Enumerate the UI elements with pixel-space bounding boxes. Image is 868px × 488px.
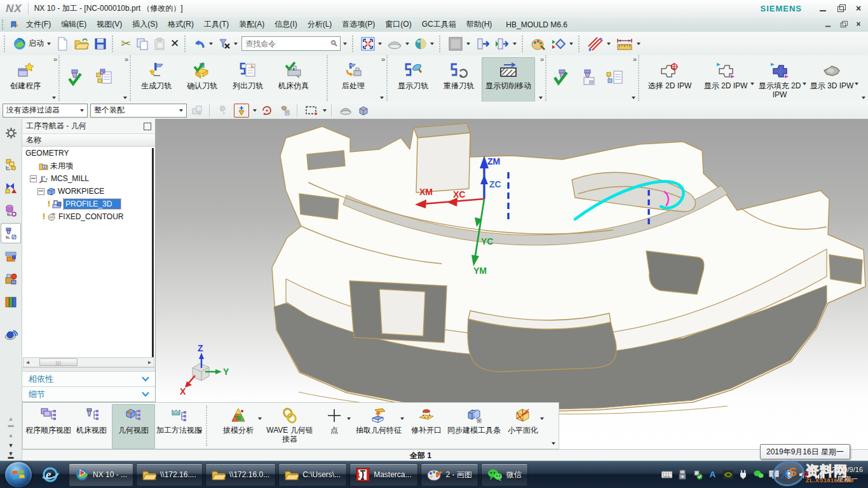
list-toolpath-button[interactable]: 列出刀轨 — [225, 57, 271, 91]
collapse-icon[interactable] — [30, 175, 37, 182]
chevron-down-icon[interactable] — [323, 109, 327, 112]
point-button[interactable]: 点 — [316, 404, 352, 435]
hand-tool-icon[interactable] — [277, 104, 292, 118]
machine-simulation-button[interactable]: 机床仿真 — [271, 57, 316, 91]
toolbar-grip[interactable] — [4, 36, 8, 52]
process-studio-icon[interactable] — [1, 269, 20, 288]
machine-tool-navigator-icon[interactable] — [1, 247, 20, 266]
menu-assemblies[interactable]: 装配(A) — [234, 17, 269, 32]
menu-edit[interactable]: 编辑(E) — [56, 17, 92, 32]
group-dropdown-caret[interactable] — [862, 97, 865, 99]
collapse-icon[interactable] — [37, 188, 44, 195]
part-navigator-icon[interactable] — [1, 201, 20, 220]
split-window-button[interactable] — [492, 36, 519, 52]
create-program-button[interactable]: 创建程序 — [3, 57, 48, 91]
search-icon[interactable]: 🔍︎ — [330, 39, 338, 48]
tool-document-button[interactable] — [575, 57, 601, 88]
open-file-button[interactable] — [71, 36, 92, 51]
paste-button[interactable] — [151, 36, 168, 51]
tray-action-center-icon[interactable] — [783, 469, 794, 480]
taskbar-app-share1[interactable]: \\172.16.... — [136, 463, 203, 486]
create-tool-button[interactable] — [62, 57, 90, 88]
tray-plug-icon[interactable] — [738, 469, 749, 480]
scroll-down-icon[interactable]: ▼ — [8, 442, 14, 449]
navigator-title-bar[interactable]: 工序导航器 - 几何 — [22, 119, 155, 134]
internet-help-icon[interactable] — [1, 325, 20, 344]
group-overflow-chevron[interactable]: » — [381, 55, 384, 63]
group-dropdown-caret[interactable] — [123, 97, 127, 99]
start-menu-button[interactable]: 启动 — [10, 36, 53, 52]
show-hide-button[interactable] — [384, 37, 412, 51]
show-and-hide-button[interactable] — [548, 36, 576, 52]
button-dropdown-caret[interactable] — [198, 430, 202, 433]
menu-gc-toolbox[interactable]: GC工具箱 — [417, 17, 461, 32]
replay-toolpath-button[interactable]: 重播刀轨 — [436, 57, 482, 91]
tray-volume-muted-icon[interactable] — [799, 469, 810, 480]
extract-geometry-button[interactable]: 抽取几何特征 — [352, 404, 405, 435]
generate-toolpath-button[interactable]: 生成刀轨 — [133, 57, 179, 91]
undo-button[interactable] — [191, 37, 215, 51]
assembly-navigator-icon[interactable] — [1, 155, 20, 174]
menu-tools[interactable]: 工具(T) — [199, 17, 234, 32]
doc-minimize-button[interactable] — [824, 21, 832, 28]
menu-information[interactable]: 信息(I) — [269, 17, 302, 32]
taskbar-clock[interactable]: 2019/9/16 星期一 — [832, 465, 863, 484]
button-dropdown-caret[interactable] — [347, 417, 351, 420]
save-button[interactable] — [92, 36, 109, 51]
machine-tool-view-button[interactable]: 机床视图 — [71, 404, 112, 435]
view-cube-icon[interactable] — [356, 104, 371, 118]
menu-file[interactable]: 文件(F) — [21, 17, 56, 32]
close-button[interactable]: × — [854, 4, 863, 13]
group-dropdown-caret[interactable] — [539, 97, 543, 99]
taskbar-app-users-folder[interactable]: C:\Users\... — [278, 463, 347, 486]
show-filled-2d-ipw-button[interactable]: 显示填充 2D IPW — [754, 57, 806, 100]
group-dropdown-caret[interactable] — [632, 97, 635, 99]
tree-item-mcs-mill[interactable]: zy MCS_MILL — [22, 172, 155, 185]
menu-insert[interactable]: 插入(S) — [127, 17, 163, 32]
facet-body-button[interactable]: 小平面化 — [501, 404, 545, 435]
wave-geometry-linker-button[interactable]: WAVE 几何链接器 — [263, 404, 316, 444]
verify-toolpath-button[interactable]: 确认刀轨 — [179, 57, 225, 91]
show-cut-moves-button[interactable]: 显示切削移动 — [482, 57, 535, 102]
scroll-up-icon[interactable]: ▲ — [8, 432, 14, 438]
assembly-select-icon[interactable] — [189, 104, 205, 118]
render-style-button[interactable] — [412, 36, 437, 51]
taskbar-app-wechat[interactable]: 微信 — [481, 463, 528, 486]
tree-item-unused[interactable]: 未用项 — [22, 159, 155, 172]
show-3d-ipw-button[interactable]: 显示 3D IPW — [806, 57, 858, 91]
machining-method-view-button[interactable]: 加工方法视图 — [155, 404, 203, 435]
select-2d-ipw-button[interactable]: 选择 2D IPW — [642, 57, 698, 91]
chevron-down-icon[interactable] — [253, 109, 257, 112]
mill-tool-check-button[interactable] — [549, 57, 575, 88]
menu-window[interactable]: 窗口(O) — [380, 17, 416, 32]
button-dropdown-caret[interactable] — [855, 83, 858, 85]
group-overflow-chevron[interactable]: » — [633, 55, 636, 63]
constraint-navigator-icon[interactable] — [1, 178, 20, 197]
tray-keyboard-icon[interactable] — [661, 469, 672, 480]
menu-hb-mould[interactable]: HB_MOULD M6.6 — [506, 20, 567, 29]
shaded-view-icon[interactable] — [338, 104, 353, 118]
rectangle-select-icon[interactable] — [304, 104, 319, 118]
synchronous-modeling-button[interactable]: 同步建模工具条 — [447, 404, 501, 435]
tray-usb-eject-icon[interactable] — [692, 469, 703, 480]
tray-input-method-icon[interactable]: A — [707, 469, 718, 480]
dependencies-section-header[interactable]: 相依性 — [22, 371, 155, 386]
restore-button[interactable] — [836, 4, 845, 13]
navigator-list-button[interactable] — [602, 57, 628, 88]
scroll-right-icon[interactable]: ► — [146, 358, 154, 366]
library-icon[interactable] — [1, 292, 20, 311]
create-geometry-button[interactable] — [90, 57, 118, 88]
menu-help[interactable]: 帮助(H) — [461, 17, 498, 32]
doc-close-button[interactable]: × — [855, 21, 862, 28]
background-color-button[interactable] — [445, 35, 473, 53]
copy-button[interactable] — [133, 36, 151, 51]
show-2d-ipw-button[interactable]: 显示 2D IPW — [698, 57, 754, 91]
button-dropdown-caret[interactable] — [540, 417, 544, 420]
tray-usb-icon[interactable] — [677, 469, 688, 480]
deselect-filter-button[interactable] — [215, 37, 240, 51]
doc-restore-button[interactable] — [839, 21, 847, 28]
snap-point-icon[interactable] — [216, 104, 231, 118]
program-order-view-button[interactable]: 程序顺序视图 — [25, 404, 71, 435]
roles-gear-icon[interactable] — [1, 123, 20, 142]
patch-openings-button[interactable]: 修补开口 — [405, 404, 447, 435]
